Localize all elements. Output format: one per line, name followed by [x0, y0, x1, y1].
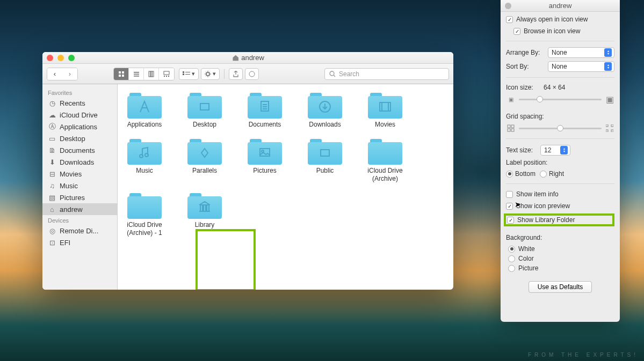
file-grid[interactable]: ApplicationsDesktopDocumentsDownloadsMov…: [118, 84, 453, 290]
icon-view-button[interactable]: [114, 68, 129, 80]
view-options-titlebar[interactable]: andrew: [501, 0, 620, 12]
folder-movies[interactable]: Movies: [364, 92, 407, 128]
always-icon-view-checkbox[interactable]: Always open in icon view: [506, 15, 614, 24]
folder-applications[interactable]: Applications: [123, 92, 166, 128]
icon-size-slider[interactable]: ▣ ▣: [506, 94, 614, 104]
sidebar-header: Devices: [42, 215, 117, 225]
folder-desktop[interactable]: Desktop: [183, 92, 226, 128]
folder-music[interactable]: Music: [123, 138, 166, 182]
grid-tight-icon: [506, 123, 516, 133]
sort-by-select[interactable]: None▴▾: [548, 61, 614, 72]
group-button[interactable]: ▾: [179, 68, 199, 80]
sidebar-item-label: andrew: [60, 205, 83, 213]
sidebar-item-efi[interactable]: ⊡EFI: [42, 237, 117, 248]
folder-downloads[interactable]: Downloads: [303, 92, 346, 128]
folder-icon: [368, 138, 402, 165]
background-color[interactable]: Color: [508, 254, 614, 263]
watermark: FROM THE EXPERTS!: [528, 352, 639, 358]
list-view-button[interactable]: [129, 68, 144, 80]
sidebar-item-movies[interactable]: ⊟Movies: [42, 168, 117, 180]
action-button[interactable]: ▾: [201, 68, 220, 80]
forward-button[interactable]: ›: [62, 68, 77, 80]
folder-icon: [127, 92, 162, 119]
show-item-info-checkbox[interactable]: Show item info: [506, 190, 614, 198]
show-library-folder-checkbox[interactable]: Show Library Folder: [504, 213, 614, 226]
sidebar-item-icloud-drive[interactable]: ☁iCloud Drive: [42, 109, 117, 121]
sidebar-item-andrew[interactable]: ⌂andrew: [42, 203, 117, 215]
tags-button[interactable]: [245, 68, 259, 80]
grid-spacing-slider[interactable]: [506, 123, 614, 133]
sidebar-item-label: Documents: [60, 146, 95, 154]
show-icon-preview-checkbox[interactable]: Show icon preview: [506, 202, 614, 210]
movie-icon: ⊟: [48, 170, 56, 178]
sidebar-item-label: Recents: [60, 99, 85, 107]
folder-pictures[interactable]: Pictures: [243, 138, 286, 182]
sidebar-item-music[interactable]: ♫Music: [42, 180, 117, 191]
sidebar-item-label: Remote Di...: [60, 227, 98, 235]
sidebar-item-applications[interactable]: ⒶApplications: [42, 121, 117, 132]
svg-rect-27: [260, 149, 270, 156]
sidebar-item-desktop[interactable]: ▭Desktop: [42, 132, 117, 144]
svg-rect-14: [183, 71, 184, 73]
svg-rect-3: [122, 75, 124, 77]
minimize-button[interactable]: [57, 55, 64, 61]
cloud-icon: ☁: [48, 110, 56, 119]
svg-point-26: [145, 153, 148, 157]
background-white[interactable]: White: [508, 245, 614, 253]
search-icon: [329, 71, 336, 77]
desktop-icon: ▭: [48, 134, 56, 143]
share-button[interactable]: [229, 68, 243, 80]
sidebar-item-downloads[interactable]: ⬇Downloads: [42, 156, 117, 168]
window-title: andrew: [231, 54, 264, 62]
folder-label: Pictures: [253, 167, 276, 174]
disk-icon: ⊡: [48, 238, 56, 247]
highlight-library-folder: [196, 229, 256, 290]
svg-rect-37: [611, 130, 613, 132]
close-button[interactable]: [505, 3, 511, 9]
search-input[interactable]: Search: [324, 68, 449, 80]
view-switcher[interactable]: [113, 68, 175, 80]
sidebar-item-documents[interactable]: 🗎Documents: [42, 144, 117, 156]
sidebar-item-pictures[interactable]: ▧Pictures: [42, 191, 117, 203]
use-as-defaults-button[interactable]: Use as Defaults: [529, 281, 592, 293]
view-options-window: andrew Always open in icon view Browse i…: [501, 0, 620, 322]
sidebar-item-label: Desktop: [60, 135, 85, 143]
folder-icloud-drive-archive-[interactable]: iCloud Drive (Archive): [364, 138, 407, 182]
sidebar-item-recents[interactable]: ◷Recents: [42, 97, 117, 109]
column-view-button[interactable]: [144, 68, 159, 80]
label-position-bottom[interactable]: Bottom: [506, 170, 536, 178]
folder-icon: [368, 92, 402, 119]
titlebar[interactable]: andrew: [42, 52, 453, 64]
svg-rect-13: [168, 76, 169, 77]
text-size-select[interactable]: 12▴▾: [540, 145, 570, 156]
folder-parallels[interactable]: Parallels: [183, 138, 226, 182]
browse-icon-view-checkbox[interactable]: Browse in icon view: [506, 27, 614, 35]
folder-library[interactable]: Library: [183, 192, 226, 237]
gallery-view-button[interactable]: [159, 68, 174, 80]
svg-rect-6: [134, 76, 139, 77]
svg-rect-35: [611, 124, 613, 127]
folder-label: Public: [316, 167, 334, 174]
folder-public[interactable]: Public: [303, 138, 346, 182]
picture-icon: ▧: [48, 193, 56, 202]
sidebar-item-remote-di-[interactable]: ◎Remote Di...: [42, 225, 117, 237]
sidebar: Favorites◷Recents☁iCloud DriveⒶApplicati…: [42, 84, 118, 290]
back-button[interactable]: ‹: [47, 68, 62, 80]
close-button[interactable]: [47, 55, 53, 61]
folder-label: Applications: [127, 121, 162, 128]
zoom-button[interactable]: [68, 55, 75, 61]
svg-rect-21: [200, 104, 209, 110]
background-picture[interactable]: Picture: [508, 264, 614, 272]
svg-rect-16: [185, 72, 190, 72]
folder-label: Downloads: [309, 121, 341, 128]
folder-icloud-drive-archive-1[interactable]: iCloud Drive (Archive) - 1: [123, 192, 166, 237]
label-position-right[interactable]: Right: [540, 170, 564, 178]
svg-rect-32: [508, 129, 510, 131]
doc-icon: 🗎: [48, 146, 56, 154]
sidebar-item-label: Movies: [60, 170, 82, 178]
svg-point-19: [249, 71, 255, 77]
arrange-by-select[interactable]: None▴▾: [548, 47, 614, 58]
folder-documents[interactable]: Documents: [243, 92, 286, 128]
folder-icon: [187, 192, 222, 219]
folder-icon: [187, 138, 222, 165]
